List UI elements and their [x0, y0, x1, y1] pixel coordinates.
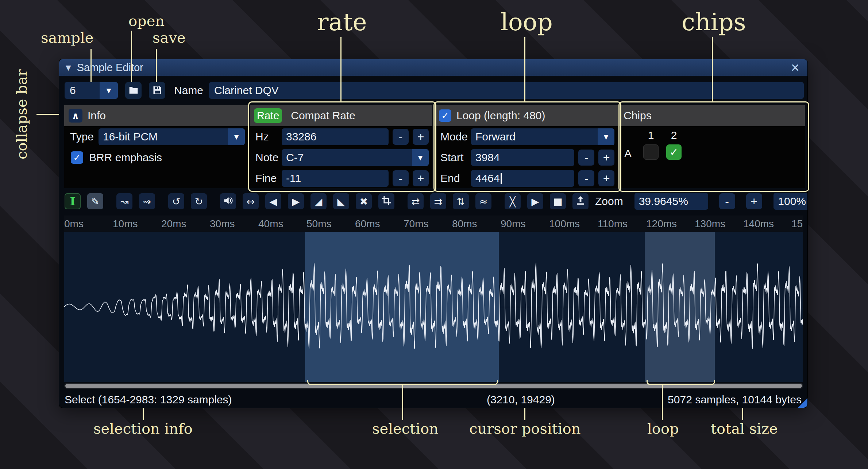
- timeline-tick: 10ms: [113, 218, 138, 230]
- sample-header-row: 6 ▼ Name Clarinet DQV: [65, 82, 804, 99]
- insert-silence-icon: ⇄: [412, 197, 420, 206]
- timeline-tick: 30ms: [210, 218, 235, 230]
- normalize-icon: ↔: [247, 197, 255, 206]
- undo-button[interactable]: ↺: [168, 193, 184, 209]
- desktop-background: sample open save rate loop chips collaps…: [0, 0, 868, 469]
- timeline-tick: 20ms: [161, 218, 186, 230]
- timeline-tick: 120ms: [646, 218, 677, 230]
- annotation-line: [156, 49, 157, 82]
- sample-toolbar: I✎↝⇝↺↻↔◀▶◢◣✖⇄⇉⇅≈╳▶■ Zoom 39.9645% - + 10…: [65, 192, 804, 211]
- zoom-minus-button[interactable]: -: [719, 193, 735, 209]
- timeline-ruler[interactable]: 0ms10ms20ms30ms40ms50ms60ms70ms80ms90ms1…: [64, 216, 803, 232]
- window-titlebar[interactable]: ▼ Sample Editor ×: [59, 59, 807, 76]
- zoom-label: Zoom: [595, 195, 623, 208]
- zoom-reset-label: 100%: [778, 195, 806, 208]
- apply-silence-button[interactable]: ⇉: [430, 193, 446, 209]
- save-button[interactable]: [149, 82, 165, 99]
- filter-button[interactable]: ≈: [475, 193, 491, 209]
- annotation-line: [340, 37, 342, 102]
- type-label: Type: [68, 131, 99, 143]
- invert-button[interactable]: ▶: [288, 193, 304, 209]
- trim-button[interactable]: [378, 193, 394, 209]
- status-bar: Select (1654-2983: 1329 samples) (3210, …: [65, 393, 804, 407]
- crossfade-icon: ╳: [510, 197, 516, 206]
- type-dropdown[interactable]: 16-bit PCM ▼: [99, 128, 245, 145]
- amplify-button[interactable]: [220, 193, 236, 209]
- open-button[interactable]: [125, 82, 142, 99]
- insert-silence-button[interactable]: ⇄: [408, 193, 424, 209]
- delete-button[interactable]: ✖: [356, 193, 372, 209]
- insert-point-icon: ⇅: [457, 197, 465, 206]
- brr-emphasis-checkbox[interactable]: ✓: [71, 151, 83, 164]
- chevron-down-icon[interactable]: ▼: [100, 82, 118, 99]
- insert-point-button[interactable]: ⇅: [453, 193, 469, 209]
- timeline-tick: 130ms: [695, 218, 725, 230]
- stop-preview-button[interactable]: ■: [550, 193, 566, 209]
- collapse-triangle-icon[interactable]: ▼: [66, 63, 71, 71]
- brr-row: ✓ BRR emphasis: [68, 149, 245, 166]
- waveform-display[interactable]: [64, 232, 803, 382]
- zoom-value: 39.9645%: [639, 195, 688, 208]
- waveform-canvas[interactable]: [64, 232, 803, 382]
- annotation-bracket-selection: [307, 380, 498, 385]
- collapse-info-button[interactable]: ∧: [69, 109, 82, 123]
- annotation-line: [712, 37, 713, 102]
- annotation-loop: loop: [501, 8, 553, 36]
- normalize-button[interactable]: ↔: [243, 193, 259, 209]
- create-wavetable-icon: [575, 195, 586, 207]
- annotation-line: [90, 49, 92, 82]
- redo-button[interactable]: ↻: [191, 193, 207, 209]
- draw-tool-icon: ✎: [91, 197, 100, 206]
- preview-button[interactable]: ▶: [527, 193, 543, 209]
- type-value: 16-bit PCM: [99, 128, 228, 145]
- type-row: Type 16-bit PCM ▼: [68, 128, 245, 145]
- zoom-plus-button[interactable]: +: [746, 193, 762, 209]
- annotation-selection: selection: [372, 420, 439, 437]
- resample-button[interactable]: ⇝: [139, 193, 155, 209]
- fade-out-button[interactable]: ◣: [333, 193, 349, 209]
- info-panel-title: Info: [88, 109, 106, 122]
- zoom-reset-button[interactable]: 100%: [774, 193, 807, 210]
- timeline-tick: 70ms: [404, 218, 428, 230]
- annotation-collapse-bar: collapse bar: [13, 69, 30, 159]
- zoom-input[interactable]: 39.9645%: [634, 193, 708, 210]
- name-value: Clarinet DQV: [214, 84, 279, 97]
- select-tool-button[interactable]: I: [65, 193, 81, 209]
- timeline-tick: 60ms: [355, 218, 380, 230]
- annotation-rate: rate: [317, 8, 367, 36]
- resample-icon: ⇝: [143, 197, 151, 206]
- fade-in-button[interactable]: ◢: [310, 193, 327, 209]
- crossfade-button[interactable]: ╳: [505, 193, 521, 209]
- brr-emphasis-label: BRR emphasis: [83, 151, 162, 164]
- annotation-line: [131, 31, 132, 82]
- draw-tool-button[interactable]: ✎: [87, 193, 103, 209]
- preview-icon: ▶: [532, 197, 539, 206]
- create-wavetable-button[interactable]: [572, 193, 589, 209]
- window-title: Sample Editor: [77, 62, 143, 74]
- resize-button[interactable]: ↝: [116, 193, 132, 209]
- chevron-down-icon[interactable]: ▼: [228, 128, 245, 145]
- amplify-icon: [223, 195, 233, 207]
- timeline-tick: 140ms: [743, 218, 774, 230]
- sample-select[interactable]: 6 ▼: [65, 82, 118, 99]
- reverse-button[interactable]: ◀: [265, 193, 281, 209]
- sample-select-value: 6: [65, 82, 100, 99]
- annotation-box-rate: [248, 101, 436, 192]
- status-total-size: 5072 samples, 10144 bytes: [668, 394, 802, 406]
- close-icon[interactable]: ×: [791, 59, 799, 76]
- annotation-line: [402, 384, 403, 420]
- annotation-total-size: total size: [711, 420, 778, 437]
- annotation-line: [36, 114, 59, 115]
- timeline-tick: 0ms: [64, 218, 84, 230]
- fade-out-icon: ◣: [337, 197, 345, 206]
- invert-icon: ▶: [292, 197, 300, 206]
- status-selection-info: Select (1654-2983: 1329 samples): [65, 394, 232, 406]
- timeline-tick: 90ms: [501, 218, 525, 230]
- name-input[interactable]: Clarinet DQV: [209, 82, 804, 99]
- window-resize-grip[interactable]: [798, 398, 807, 408]
- info-panel: ∧ Info Type 16-bit PCM ▼ ✓ BRR emphasis: [64, 105, 248, 188]
- annotation-line: [524, 37, 525, 102]
- trim-icon: [381, 195, 391, 207]
- timeline-tick: 110ms: [598, 218, 628, 230]
- annotation-bracket-loop: [647, 380, 715, 385]
